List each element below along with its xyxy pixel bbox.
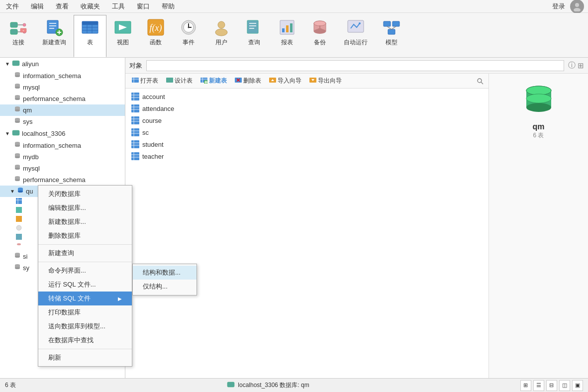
action-import[interactable]: 导入向导 xyxy=(266,75,305,87)
table-name-attendance: attendance xyxy=(142,105,174,112)
context-dump-sql[interactable]: 转储 SQL 文件 ▶ xyxy=(38,292,132,305)
context-separator-2 xyxy=(38,262,132,262)
toolbar-function[interactable]: f(x) 函数 xyxy=(139,15,172,57)
export-icon xyxy=(309,77,316,85)
status-list-view[interactable]: ☰ xyxy=(533,380,544,391)
status-grid-view[interactable]: ⊞ xyxy=(520,380,531,391)
menu-favorites[interactable]: 收藏夹 xyxy=(79,1,102,12)
svg-point-81 xyxy=(15,168,20,170)
menu-window[interactable]: 窗口 xyxy=(135,1,152,12)
sidebar-db-mydb[interactable]: mydb xyxy=(0,151,125,163)
toolbar-table[interactable]: 表 xyxy=(74,15,106,57)
table-item-teacher[interactable]: teacher xyxy=(125,150,489,162)
toolbar-new-query[interactable]: 新建查询 xyxy=(35,15,74,57)
toolbar-event[interactable]: 事件 xyxy=(172,15,205,57)
context-close-db[interactable]: 关闭数据库 xyxy=(38,187,132,201)
menu-edit[interactable]: 编辑 xyxy=(29,1,46,12)
status-icon-view[interactable]: ◫ xyxy=(559,380,570,391)
status-detail-view[interactable]: ⊟ xyxy=(546,380,557,391)
svg-point-59 xyxy=(15,75,20,77)
context-run-sql[interactable]: 运行 SQL 文件... xyxy=(38,278,132,292)
sidebar-db-sys[interactable]: sys xyxy=(0,116,125,127)
context-refresh[interactable]: 刷新 xyxy=(38,351,132,365)
svg-rect-88 xyxy=(16,198,22,204)
sidebar-db-qm[interactable]: qm xyxy=(0,104,125,116)
delete-table-icon xyxy=(235,77,242,85)
db-icon-qm xyxy=(14,106,21,114)
localhost-label: localhost_3306 xyxy=(22,130,65,137)
menu-help[interactable]: 帮助 xyxy=(160,1,177,12)
action-search-btn[interactable] xyxy=(475,76,486,87)
sidebar-db-information-schema[interactable]: information_schema xyxy=(0,70,125,82)
table-item-course[interactable]: course xyxy=(125,114,489,126)
menu-file[interactable]: 文件 xyxy=(4,1,21,12)
info-icon[interactable]: ⓘ xyxy=(568,61,576,70)
context-delete-db[interactable]: 删除数据库 xyxy=(38,229,132,243)
toolbar-report[interactable]: 报表 xyxy=(271,15,303,57)
action-open-table[interactable]: 打开表 xyxy=(128,75,162,87)
toolbar-autorun[interactable]: 自动运行 xyxy=(336,15,375,57)
mysql-2-label: mysql xyxy=(23,165,40,172)
status-left: 6 表 xyxy=(5,381,16,390)
qu-label: qu xyxy=(26,188,33,195)
svg-point-148 xyxy=(526,86,551,95)
table-item-sc[interactable]: sc xyxy=(125,126,489,138)
table-icon xyxy=(81,18,99,36)
sidebar-db-performance-schema-2[interactable]: performance_schema xyxy=(0,174,125,186)
db-icon xyxy=(14,164,21,173)
table-item-attendance[interactable]: attendance xyxy=(125,102,489,114)
grid-icon[interactable]: ⊞ xyxy=(578,61,584,70)
toolbar-model[interactable]: 模型 xyxy=(375,15,408,57)
context-command-line[interactable]: 命令列界面... xyxy=(38,264,132,278)
svg-line-54 xyxy=(387,26,392,29)
sidebar-connection-aliyun[interactable]: ▼ aliyun xyxy=(0,58,125,70)
svg-text:f(x): f(x) xyxy=(150,23,162,33)
toolbar-backup[interactable]: 备份 xyxy=(303,15,336,57)
action-new-table[interactable]: 新建表 xyxy=(197,75,230,87)
menu-view[interactable]: 查看 xyxy=(54,1,71,12)
context-find-in-db[interactable]: 在数据库中查找 xyxy=(38,333,132,347)
svg-point-68 xyxy=(15,109,20,111)
action-export[interactable]: 导出向导 xyxy=(306,75,345,87)
context-new-query[interactable]: 新建查询 xyxy=(38,246,132,260)
autorun-icon xyxy=(347,18,365,36)
object-search-input[interactable] xyxy=(146,60,564,71)
table-item-student[interactable]: student xyxy=(125,138,489,150)
toolbar-user[interactable]: 用户 xyxy=(205,15,238,57)
table-item-icon xyxy=(131,93,139,100)
avatar[interactable] xyxy=(570,0,584,13)
toolbar-backup-label: 备份 xyxy=(314,38,326,47)
toolbar-connect[interactable]: + 连接 xyxy=(2,15,35,57)
open-table-icon xyxy=(132,77,139,85)
aliyun-icon xyxy=(12,59,20,69)
submenu-structure-only[interactable]: 仅结构... xyxy=(133,280,196,294)
context-edit-db[interactable]: 编辑数据库... xyxy=(38,201,132,215)
svg-rect-105 xyxy=(166,78,173,83)
db-icon xyxy=(14,141,21,150)
menu-tools[interactable]: 工具 xyxy=(110,1,127,12)
svg-point-62 xyxy=(15,87,20,89)
submenu-structure-data[interactable]: 结构和数据... xyxy=(133,266,196,280)
info-db-name: qm xyxy=(533,122,545,131)
toolbar-user-label: 用户 xyxy=(215,38,227,47)
sidebar-db-information-schema-2[interactable]: information_schema xyxy=(0,140,125,151)
new-table-label: 新建表 xyxy=(209,77,227,85)
context-send-to-model[interactable]: 送向数据库到模型... xyxy=(38,319,132,333)
context-print-db[interactable]: 打印数据库 xyxy=(38,305,132,319)
action-design-table[interactable]: 设计表 xyxy=(163,75,196,87)
sidebar-connection-localhost[interactable]: ▼ localhost_3306 xyxy=(0,127,125,140)
submenu-arrow: ▶ xyxy=(118,296,122,301)
table-item-icon xyxy=(131,104,139,112)
sidebar-db-mysql[interactable]: mysql xyxy=(0,82,125,93)
svg-rect-137 xyxy=(131,140,139,148)
status-large-icon-view[interactable]: ▣ xyxy=(572,380,583,391)
action-delete-table[interactable]: 删除表 xyxy=(231,75,265,87)
context-new-db[interactable]: 新建数据库... xyxy=(38,215,132,229)
toolbar-query[interactable]: 查询 xyxy=(238,15,271,57)
sidebar-db-mysql-2[interactable]: mysql xyxy=(0,163,125,174)
table-item-account[interactable]: account xyxy=(125,91,489,102)
sidebar-db-performance-schema[interactable]: performance_schema xyxy=(0,93,125,104)
import-icon xyxy=(269,77,276,85)
toolbar-view[interactable]: 视图 xyxy=(106,15,139,57)
login-button[interactable]: 登录 xyxy=(550,1,567,12)
